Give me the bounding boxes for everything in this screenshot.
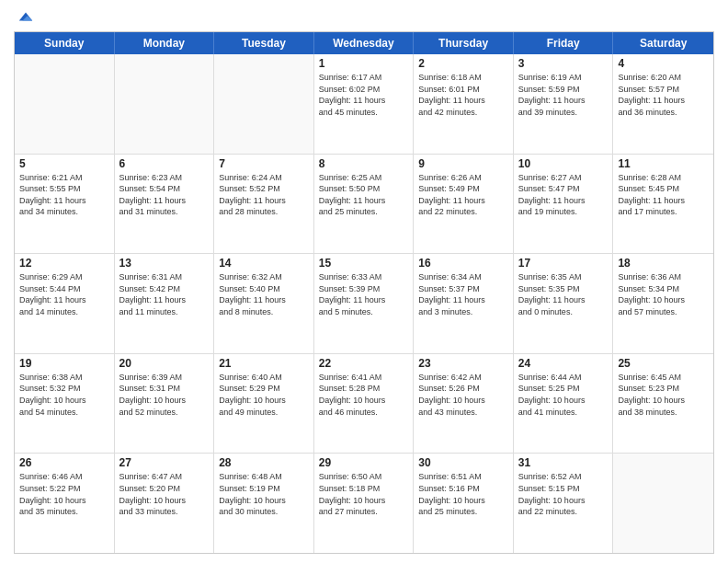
day-number: 27	[119, 456, 210, 469]
day-number: 17	[518, 257, 609, 270]
day-info: Sunrise: 6:18 AM Sunset: 6:01 PM Dayligh…	[418, 72, 508, 118]
calendar-row: 19Sunrise: 6:38 AM Sunset: 5:32 PM Dayli…	[15, 354, 713, 454]
calendar-cell: 27Sunrise: 6:47 AM Sunset: 5:20 PM Dayli…	[115, 454, 215, 553]
calendar-cell: 16Sunrise: 6:34 AM Sunset: 5:37 PM Dayli…	[414, 254, 514, 353]
day-info: Sunrise: 6:32 AM Sunset: 5:40 PM Dayligh…	[219, 271, 309, 317]
day-info: Sunrise: 6:42 AM Sunset: 5:26 PM Dayligh…	[418, 372, 508, 418]
calendar-cell: 26Sunrise: 6:46 AM Sunset: 5:22 PM Dayli…	[15, 454, 115, 553]
weekday-header: Sunday	[15, 32, 115, 54]
weekday-header: Thursday	[414, 32, 514, 54]
calendar-cell: 12Sunrise: 6:29 AM Sunset: 5:44 PM Dayli…	[15, 254, 115, 353]
day-number: 8	[319, 157, 409, 170]
calendar-row: 12Sunrise: 6:29 AM Sunset: 5:44 PM Dayli…	[15, 254, 713, 354]
day-info: Sunrise: 6:50 AM Sunset: 5:18 PM Dayligh…	[319, 471, 409, 517]
weekday-header: Tuesday	[214, 32, 314, 54]
calendar-cell: 9Sunrise: 6:26 AM Sunset: 5:49 PM Daylig…	[414, 155, 514, 254]
weekday-header: Saturday	[613, 32, 713, 54]
day-info: Sunrise: 6:25 AM Sunset: 5:50 PM Dayligh…	[319, 172, 409, 218]
empty-cell	[613, 454, 713, 553]
calendar-cell: 2Sunrise: 6:18 AM Sunset: 6:01 PM Daylig…	[414, 54, 514, 154]
day-info: Sunrise: 6:35 AM Sunset: 5:35 PM Dayligh…	[518, 271, 609, 317]
day-number: 26	[19, 456, 109, 469]
day-number: 5	[19, 157, 109, 170]
day-info: Sunrise: 6:29 AM Sunset: 5:44 PM Dayligh…	[19, 271, 109, 317]
calendar-cell: 14Sunrise: 6:32 AM Sunset: 5:40 PM Dayli…	[214, 254, 314, 353]
empty-cell	[115, 54, 215, 154]
day-number: 22	[319, 357, 409, 370]
day-number: 4	[618, 57, 709, 70]
weekday-header: Monday	[115, 32, 215, 54]
day-info: Sunrise: 6:28 AM Sunset: 5:45 PM Dayligh…	[618, 172, 709, 218]
day-info: Sunrise: 6:26 AM Sunset: 5:49 PM Dayligh…	[418, 172, 508, 218]
calendar-cell: 1Sunrise: 6:17 AM Sunset: 6:02 PM Daylig…	[314, 54, 415, 154]
calendar-cell: 20Sunrise: 6:39 AM Sunset: 5:31 PM Dayli…	[115, 354, 215, 454]
day-info: Sunrise: 6:20 AM Sunset: 5:57 PM Dayligh…	[618, 72, 709, 118]
day-number: 23	[418, 357, 508, 370]
calendar-cell: 17Sunrise: 6:35 AM Sunset: 5:35 PM Dayli…	[514, 254, 614, 353]
day-info: Sunrise: 6:44 AM Sunset: 5:25 PM Dayligh…	[518, 372, 609, 418]
calendar-cell: 11Sunrise: 6:28 AM Sunset: 5:45 PM Dayli…	[613, 155, 713, 254]
calendar-cell: 19Sunrise: 6:38 AM Sunset: 5:32 PM Dayli…	[15, 354, 115, 454]
day-info: Sunrise: 6:21 AM Sunset: 5:55 PM Dayligh…	[19, 172, 109, 218]
day-number: 12	[19, 257, 109, 270]
day-number: 14	[219, 257, 309, 270]
logo-icon	[17, 9, 34, 26]
day-number: 16	[418, 257, 508, 270]
calendar-cell: 28Sunrise: 6:48 AM Sunset: 5:19 PM Dayli…	[214, 454, 314, 553]
calendar-cell: 29Sunrise: 6:50 AM Sunset: 5:18 PM Dayli…	[314, 454, 415, 553]
page: SundayMondayTuesdayWednesdayThursdayFrid…	[0, 0, 728, 563]
calendar-cell: 18Sunrise: 6:36 AM Sunset: 5:34 PM Dayli…	[613, 254, 713, 353]
header	[14, 9, 714, 26]
day-info: Sunrise: 6:24 AM Sunset: 5:52 PM Dayligh…	[219, 172, 309, 218]
day-number: 15	[319, 257, 409, 270]
day-number: 20	[119, 357, 210, 370]
day-info: Sunrise: 6:36 AM Sunset: 5:34 PM Dayligh…	[618, 271, 709, 317]
day-number: 9	[418, 157, 508, 170]
calendar-cell: 15Sunrise: 6:33 AM Sunset: 5:39 PM Dayli…	[314, 254, 415, 353]
calendar-cell: 8Sunrise: 6:25 AM Sunset: 5:50 PM Daylig…	[314, 155, 415, 254]
day-number: 7	[219, 157, 309, 170]
day-number: 6	[119, 157, 210, 170]
day-number: 13	[119, 257, 210, 270]
day-number: 25	[618, 357, 709, 370]
day-info: Sunrise: 6:51 AM Sunset: 5:16 PM Dayligh…	[418, 471, 508, 517]
calendar-cell: 24Sunrise: 6:44 AM Sunset: 5:25 PM Dayli…	[514, 354, 614, 454]
day-info: Sunrise: 6:34 AM Sunset: 5:37 PM Dayligh…	[418, 271, 508, 317]
weekday-header: Friday	[514, 32, 614, 54]
weekday-header: Wednesday	[314, 32, 415, 54]
calendar-cell: 31Sunrise: 6:52 AM Sunset: 5:15 PM Dayli…	[514, 454, 614, 553]
day-info: Sunrise: 6:41 AM Sunset: 5:28 PM Dayligh…	[319, 372, 409, 418]
day-info: Sunrise: 6:31 AM Sunset: 5:42 PM Dayligh…	[119, 271, 210, 317]
day-number: 30	[418, 456, 508, 469]
calendar-cell: 5Sunrise: 6:21 AM Sunset: 5:55 PM Daylig…	[15, 155, 115, 254]
day-info: Sunrise: 6:40 AM Sunset: 5:29 PM Dayligh…	[219, 372, 309, 418]
day-number: 19	[19, 357, 109, 370]
day-number: 28	[219, 456, 309, 469]
day-number: 24	[518, 357, 609, 370]
day-number: 11	[618, 157, 709, 170]
calendar-row: 26Sunrise: 6:46 AM Sunset: 5:22 PM Dayli…	[15, 454, 713, 553]
logo	[14, 9, 34, 26]
calendar-cell: 25Sunrise: 6:45 AM Sunset: 5:23 PM Dayli…	[613, 354, 713, 454]
calendar-cell: 21Sunrise: 6:40 AM Sunset: 5:29 PM Dayli…	[214, 354, 314, 454]
calendar-row: 1Sunrise: 6:17 AM Sunset: 6:02 PM Daylig…	[15, 54, 713, 155]
day-info: Sunrise: 6:52 AM Sunset: 5:15 PM Dayligh…	[518, 471, 609, 517]
day-info: Sunrise: 6:27 AM Sunset: 5:47 PM Dayligh…	[518, 172, 609, 218]
day-info: Sunrise: 6:48 AM Sunset: 5:19 PM Dayligh…	[219, 471, 309, 517]
day-number: 1	[319, 57, 409, 70]
day-info: Sunrise: 6:19 AM Sunset: 5:59 PM Dayligh…	[518, 72, 609, 118]
calendar-cell: 22Sunrise: 6:41 AM Sunset: 5:28 PM Dayli…	[314, 354, 415, 454]
day-number: 18	[618, 257, 709, 270]
day-number: 29	[319, 456, 409, 469]
calendar-cell: 6Sunrise: 6:23 AM Sunset: 5:54 PM Daylig…	[115, 155, 215, 254]
calendar-cell: 3Sunrise: 6:19 AM Sunset: 5:59 PM Daylig…	[514, 54, 614, 154]
day-info: Sunrise: 6:46 AM Sunset: 5:22 PM Dayligh…	[19, 471, 109, 517]
calendar-header: SundayMondayTuesdayWednesdayThursdayFrid…	[15, 32, 713, 54]
calendar-cell: 10Sunrise: 6:27 AM Sunset: 5:47 PM Dayli…	[514, 155, 614, 254]
day-number: 31	[518, 456, 609, 469]
calendar-row: 5Sunrise: 6:21 AM Sunset: 5:55 PM Daylig…	[15, 155, 713, 255]
day-number: 10	[518, 157, 609, 170]
day-number: 21	[219, 357, 309, 370]
day-info: Sunrise: 6:33 AM Sunset: 5:39 PM Dayligh…	[319, 271, 409, 317]
day-number: 3	[518, 57, 609, 70]
